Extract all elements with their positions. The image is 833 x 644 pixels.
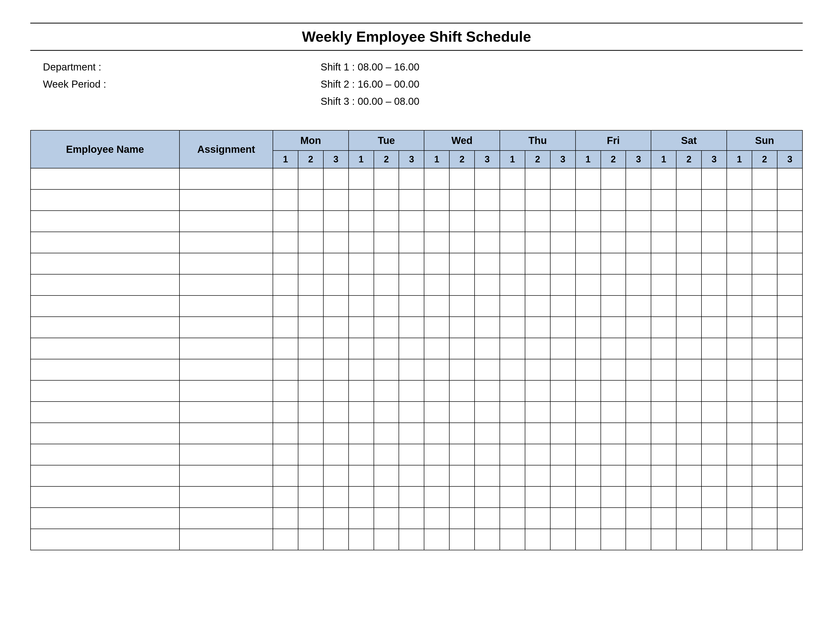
cell-shift[interactable] — [752, 338, 777, 359]
cell-shift[interactable] — [500, 508, 525, 529]
cell-shift[interactable] — [525, 380, 550, 402]
cell-shift[interactable] — [727, 465, 752, 486]
cell-shift[interactable] — [424, 444, 449, 465]
cell-shift[interactable] — [424, 359, 449, 380]
cell-shift[interactable] — [399, 253, 424, 274]
cell-shift[interactable] — [576, 189, 601, 211]
cell-shift[interactable] — [323, 295, 349, 317]
cell-shift[interactable] — [500, 295, 525, 317]
cell-shift[interactable] — [298, 168, 323, 189]
cell-shift[interactable] — [273, 402, 298, 423]
cell-shift[interactable] — [777, 295, 802, 317]
cell-assignment[interactable] — [180, 529, 273, 550]
cell-shift[interactable] — [323, 486, 349, 508]
cell-shift[interactable] — [323, 274, 349, 295]
cell-shift[interactable] — [323, 529, 349, 550]
cell-shift[interactable] — [701, 380, 727, 402]
cell-shift[interactable] — [525, 168, 550, 189]
cell-assignment[interactable] — [180, 444, 273, 465]
cell-employee-name[interactable] — [31, 423, 180, 444]
cell-shift[interactable] — [576, 317, 601, 338]
cell-shift[interactable] — [626, 317, 651, 338]
cell-shift[interactable] — [550, 253, 576, 274]
cell-shift[interactable] — [752, 380, 777, 402]
cell-shift[interactable] — [500, 274, 525, 295]
cell-shift[interactable] — [601, 295, 626, 317]
cell-shift[interactable] — [550, 211, 576, 232]
cell-shift[interactable] — [676, 253, 701, 274]
cell-shift[interactable] — [323, 508, 349, 529]
cell-shift[interactable] — [727, 486, 752, 508]
cell-shift[interactable] — [576, 486, 601, 508]
cell-shift[interactable] — [349, 529, 374, 550]
cell-employee-name[interactable] — [31, 486, 180, 508]
cell-shift[interactable] — [374, 529, 399, 550]
cell-shift[interactable] — [273, 317, 298, 338]
cell-shift[interactable] — [449, 253, 474, 274]
cell-shift[interactable] — [701, 274, 727, 295]
cell-assignment[interactable] — [180, 508, 273, 529]
cell-shift[interactable] — [651, 168, 676, 189]
cell-shift[interactable] — [474, 317, 500, 338]
cell-shift[interactable] — [777, 529, 802, 550]
cell-shift[interactable] — [349, 465, 374, 486]
cell-shift[interactable] — [651, 232, 676, 253]
cell-assignment[interactable] — [180, 338, 273, 359]
cell-shift[interactable] — [323, 423, 349, 444]
cell-shift[interactable] — [298, 295, 323, 317]
cell-shift[interactable] — [399, 486, 424, 508]
cell-shift[interactable] — [399, 189, 424, 211]
cell-shift[interactable] — [424, 529, 449, 550]
cell-shift[interactable] — [349, 211, 374, 232]
cell-shift[interactable] — [374, 211, 399, 232]
cell-shift[interactable] — [676, 402, 701, 423]
cell-shift[interactable] — [424, 402, 449, 423]
cell-shift[interactable] — [777, 380, 802, 402]
cell-shift[interactable] — [273, 189, 298, 211]
cell-shift[interactable] — [576, 211, 601, 232]
cell-shift[interactable] — [727, 359, 752, 380]
cell-employee-name[interactable] — [31, 380, 180, 402]
cell-shift[interactable] — [651, 253, 676, 274]
cell-shift[interactable] — [701, 295, 727, 317]
cell-shift[interactable] — [323, 168, 349, 189]
cell-shift[interactable] — [626, 211, 651, 232]
cell-shift[interactable] — [298, 317, 323, 338]
cell-shift[interactable] — [399, 465, 424, 486]
cell-shift[interactable] — [500, 317, 525, 338]
cell-shift[interactable] — [576, 295, 601, 317]
cell-shift[interactable] — [601, 232, 626, 253]
cell-shift[interactable] — [474, 253, 500, 274]
cell-shift[interactable] — [374, 189, 399, 211]
cell-shift[interactable] — [273, 380, 298, 402]
cell-shift[interactable] — [701, 232, 727, 253]
cell-shift[interactable] — [474, 168, 500, 189]
cell-shift[interactable] — [449, 529, 474, 550]
cell-shift[interactable] — [449, 189, 474, 211]
cell-shift[interactable] — [298, 465, 323, 486]
cell-shift[interactable] — [349, 317, 374, 338]
cell-assignment[interactable] — [180, 211, 273, 232]
cell-shift[interactable] — [601, 317, 626, 338]
cell-shift[interactable] — [727, 423, 752, 444]
cell-shift[interactable] — [550, 359, 576, 380]
cell-shift[interactable] — [449, 295, 474, 317]
cell-shift[interactable] — [525, 402, 550, 423]
cell-shift[interactable] — [777, 444, 802, 465]
cell-shift[interactable] — [626, 402, 651, 423]
cell-shift[interactable] — [449, 508, 474, 529]
cell-shift[interactable] — [474, 274, 500, 295]
cell-shift[interactable] — [752, 444, 777, 465]
cell-shift[interactable] — [449, 232, 474, 253]
cell-shift[interactable] — [525, 253, 550, 274]
cell-shift[interactable] — [349, 295, 374, 317]
cell-shift[interactable] — [777, 274, 802, 295]
cell-shift[interactable] — [349, 423, 374, 444]
cell-employee-name[interactable] — [31, 168, 180, 189]
cell-shift[interactable] — [601, 274, 626, 295]
cell-shift[interactable] — [626, 486, 651, 508]
cell-shift[interactable] — [525, 211, 550, 232]
cell-shift[interactable] — [777, 465, 802, 486]
cell-shift[interactable] — [449, 402, 474, 423]
cell-shift[interactable] — [273, 423, 298, 444]
